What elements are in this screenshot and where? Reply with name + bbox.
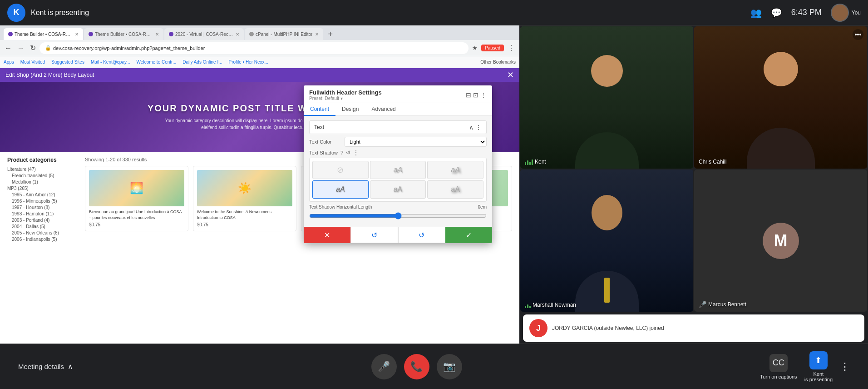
category-french[interactable]: French-translated (5)	[7, 173, 78, 178]
chris-more-btn[interactable]: •••	[853, 29, 863, 40]
join-notification: J JORDY GARCIA (outside Newlee, LLC) joi…	[523, 314, 864, 342]
category-2006[interactable]: 2006 - Indianapolis (5)	[7, 237, 78, 242]
shadow-opt1[interactable]: aA	[370, 161, 426, 179]
bookmark-profile[interactable]: Profile • Her Nexx...	[229, 60, 268, 65]
shadow-help[interactable]: ?	[340, 150, 343, 155]
category-2004[interactable]: 2004 - Dallas (5)	[7, 224, 78, 229]
action-cancel[interactable]: ✕	[304, 227, 350, 243]
shadow-more[interactable]: ⋮	[353, 150, 359, 156]
screen-share-area: Theme Builder • COSA-Recov... ✕ Theme Bu…	[0, 25, 519, 344]
bookmark-ads[interactable]: Daily Ads Online I...	[182, 60, 222, 65]
category-1998[interactable]: 1998 - Hampton (11)	[7, 211, 78, 216]
reload-button[interactable]: ↻	[28, 43, 38, 53]
settings-minimize[interactable]: ⊟	[466, 91, 471, 99]
product-card-1[interactable]: 🌅 Bienvenue au grand jour! Une Introduct…	[85, 166, 188, 231]
category-1996[interactable]: 1996 - Minneapolis (5)	[7, 199, 78, 204]
tab-advanced[interactable]: Advanced	[365, 103, 402, 115]
shadow-slider[interactable]	[309, 212, 487, 219]
product-price-2: $0.75	[197, 222, 292, 227]
tab-content[interactable]: Content	[304, 103, 335, 116]
product-name-1: Bienvenue au grand jour! Une Introductio…	[89, 209, 184, 220]
back-button[interactable]: ←	[3, 43, 14, 53]
paused-badge[interactable]: Paused	[485, 45, 500, 50]
shadow-opt3[interactable]: aA	[312, 180, 369, 199]
category-1997[interactable]: 1997 - Houston (8)	[7, 205, 78, 210]
section-collapse[interactable]: ∧	[469, 124, 473, 131]
kent-audio-indicator: Kent	[525, 159, 546, 165]
section-more[interactable]: ⋮	[475, 124, 482, 131]
tab-1-label: Theme Builder • COSA-Recov...	[15, 32, 72, 37]
join-text: JORDY GARCIA (outside Newlee, LLC) joine…	[552, 325, 664, 331]
browser-tab-1[interactable]: Theme Builder • COSA-Recov... ✕	[4, 28, 83, 40]
shadow-none[interactable]: ⊘	[312, 161, 369, 179]
category-1995[interactable]: 1995 - Ann Arbor (12)	[7, 192, 78, 197]
browser-tab-2[interactable]: Theme Builder • COSA-Recov... ✕	[84, 28, 163, 40]
video-tile-chris: ••• Chris Cahill	[694, 26, 867, 169]
text-section-label: Text	[314, 124, 324, 130]
text-color-label: Text Color	[309, 139, 341, 145]
presenting-control[interactable]: ⬆ Kent is presenting	[804, 351, 833, 382]
more-options-button[interactable]: ⋮	[840, 361, 850, 373]
category-mp3[interactable]: MP3 (265)	[7, 186, 78, 191]
shadow-opt2[interactable]: aA	[427, 161, 483, 179]
tab-2-label: Theme Builder • COSA-Recov...	[95, 32, 153, 37]
bookmark-mail[interactable]: Mail - Kent@cpay...	[91, 60, 130, 65]
shadow-opt5[interactable]: aA	[427, 180, 483, 199]
forward-button[interactable]: →	[15, 43, 26, 53]
browser-tab-4[interactable]: cPanel - MultiPHP INI Editor ✕	[245, 28, 323, 40]
bookmark-apps[interactable]: Apps	[4, 60, 14, 65]
action-back[interactable]: ↺	[398, 227, 446, 243]
new-tab-button[interactable]: +	[324, 28, 336, 40]
presenting-icon: ⬆	[809, 351, 828, 369]
settings-more[interactable]: ⋮	[480, 91, 487, 99]
call-controls: 🎤 📞 📷	[371, 354, 462, 379]
chat-icon[interactable]: 💬	[771, 7, 782, 18]
shadow-opt4[interactable]: aA	[370, 180, 426, 199]
marcus-name: Marcus Bennett	[708, 301, 746, 308]
text-color-select[interactable]: Light	[345, 137, 487, 147]
product-name-2: Welcome to the Sunshine! A Newcomer's In…	[197, 209, 292, 220]
category-medallion[interactable]: Medallion (1)	[7, 180, 78, 185]
captions-label: Turn on captions	[760, 374, 797, 379]
category-2005[interactable]: 2005 - New Orleans (6)	[7, 230, 78, 235]
shadow-reset[interactable]: ↺	[346, 150, 350, 156]
mic-button[interactable]: 🎤	[371, 354, 397, 379]
tab-1-close[interactable]: ✕	[75, 32, 79, 37]
categories-sidebar: Product categories Literature (47) Frenc…	[7, 157, 78, 325]
bookmark-suggested[interactable]: Suggested Sites	[51, 60, 84, 65]
settings-maximize[interactable]: ⊡	[473, 91, 478, 99]
marcus-avatar: M	[763, 223, 799, 259]
address-bar[interactable]: dev.cosa-recovery.org/wp-admin/admin.php…	[53, 45, 205, 51]
tab-3-label: 2020 - Virtual | COSA-Recov...	[175, 32, 233, 37]
tab-design[interactable]: Design	[335, 103, 365, 115]
browser-tab-3[interactable]: 2020 - Virtual | COSA-Recov... ✕	[164, 28, 244, 40]
meeting-details[interactable]: Meeting details ∧	[18, 362, 73, 371]
right-bottom-controls: CC Turn on captions ⬆ Kent is presenting…	[760, 351, 850, 382]
presenting-label-small: Kent is presenting	[804, 371, 833, 382]
captions-control[interactable]: CC Turn on captions	[760, 354, 797, 379]
video-tile-marcus: M 🎤 Marcus Bennett	[694, 170, 867, 312]
bookmark-welcome[interactable]: Welcome to Centr...	[137, 60, 177, 65]
slider-label: Text Shadow Horizontal Length	[309, 204, 475, 209]
marshall-name: Marshall Newman	[533, 302, 576, 308]
category-literature[interactable]: Literature (47)	[7, 167, 78, 172]
settings-preset: Preset: Default ▾	[309, 96, 382, 101]
product-card-2[interactable]: ☀️ Welcome to the Sunshine! A Newcomer's…	[193, 166, 296, 231]
bookmark-most-visited[interactable]: Most Visited	[20, 60, 45, 65]
camera-button[interactable]: 📷	[437, 354, 462, 379]
video-tile-kent: Kent	[520, 26, 693, 169]
people-icon[interactable]: 👥	[750, 7, 762, 18]
tab-2-close[interactable]: ✕	[155, 32, 159, 37]
action-confirm[interactable]: ✓	[445, 227, 492, 243]
marcus-muted-icon: 🎤 Marcus Bennett	[699, 301, 746, 308]
category-2003[interactable]: 2003 - Portland (4)	[7, 218, 78, 223]
action-reset[interactable]: ↺	[350, 227, 398, 243]
marshall-audio-indicator: Marshall Newman	[525, 302, 576, 308]
tab-4-close[interactable]: ✕	[315, 32, 319, 37]
tab-3-close[interactable]: ✕	[236, 32, 239, 37]
kent-name: Kent	[535, 159, 546, 165]
purple-bar-close[interactable]: ✕	[507, 70, 514, 80]
hangup-button[interactable]: 📞	[404, 354, 429, 379]
bookmark-other[interactable]: Other Bookmarks	[480, 60, 516, 65]
categories-title: Product categories	[7, 157, 78, 163]
